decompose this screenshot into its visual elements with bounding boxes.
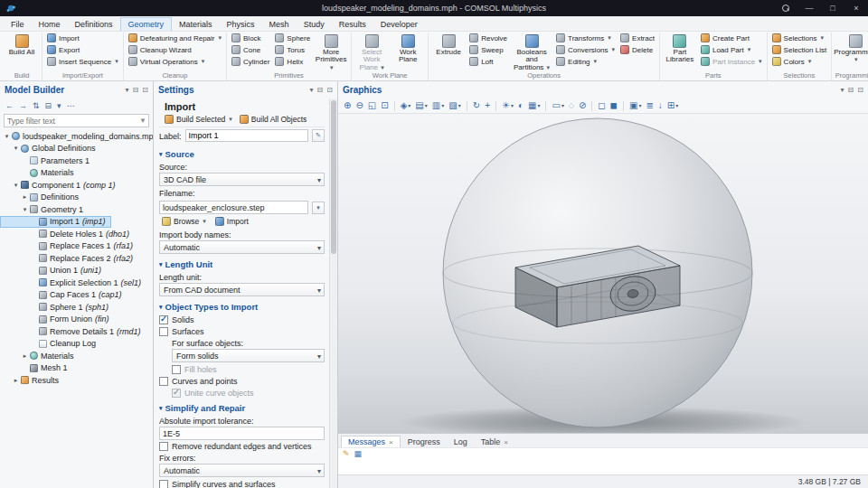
tab-table[interactable]: Table× (475, 436, 514, 447)
selections-button[interactable]: Selections▾ (770, 33, 829, 43)
forward-icon[interactable]: → (19, 101, 27, 110)
tree-item-results[interactable]: ▸Results (0, 374, 64, 387)
select-work-plane-button[interactable]: Select Work Plane ▾ (354, 33, 389, 71)
editing-button[interactable]: Editing▾ (554, 56, 617, 67)
tab-materials[interactable]: Materials (172, 18, 220, 31)
loft-button[interactable]: Loft (467, 56, 509, 67)
tab-file[interactable]: File (4, 18, 32, 31)
scene-light-icon[interactable]: ☀▾ (500, 101, 515, 110)
expand-caret[interactable]: ▸ (12, 377, 20, 384)
tree-item-delete-holes-1[interactable]: Delete Holes 1(dho1) (0, 228, 135, 240)
build-all-button[interactable]: Build All (5, 33, 39, 56)
block-button[interactable]: Block (230, 33, 271, 43)
more-primitives-button[interactable]: More Primitives ▾ (314, 33, 348, 71)
zoom-in-icon[interactable]: ⊕ (342, 101, 353, 110)
tab-messages[interactable]: Messages× (341, 436, 401, 447)
solids-checkbox[interactable] (159, 315, 168, 324)
tree-item-replace-faces-2[interactable]: Replace Faces 2(rfa2) (0, 252, 138, 265)
filename-input[interactable]: loudspeaker_enclosure.step (159, 201, 308, 214)
panel-pin-icon[interactable]: ⊡ (142, 86, 148, 94)
build-selected-button[interactable]: Build Selected▾ (165, 115, 232, 124)
import-button[interactable]: Import (45, 33, 120, 43)
section-simplify-repair[interactable]: ▾Simplify and Repair (159, 399, 325, 415)
expand-caret[interactable]: ▾ (12, 182, 20, 189)
fill-holes-checkbox-row[interactable]: Fill holes (172, 363, 325, 375)
maximize-button[interactable]: □ (821, 0, 844, 16)
expand-caret[interactable]: ▾ (21, 206, 29, 213)
tree-item-materials-global[interactable]: Materials (0, 167, 80, 180)
extract-button[interactable]: Extract (618, 33, 656, 43)
reset-hidden-icon[interactable]: ◼ (609, 101, 619, 110)
simplify-curves-checkbox[interactable] (159, 480, 168, 488)
section-length-unit[interactable]: ▾Length Unit (159, 255, 325, 271)
length-unit-select[interactable]: From CAD document (159, 283, 325, 296)
tree-item-mesh-1[interactable]: Mesh 1 (0, 362, 73, 375)
go-to-default-view-icon[interactable]: ◈▾ (399, 101, 413, 110)
remove-redundant-checkbox-row[interactable]: Remove redundant edges and vertices (159, 440, 325, 452)
helix-button[interactable]: Helix (273, 56, 312, 67)
wireframe-icon[interactable]: ▦▾ (526, 101, 542, 110)
selection-list-button[interactable]: Selection List (770, 44, 829, 55)
panel-pin-icon[interactable]: ⊡ (857, 86, 863, 94)
load-part-button[interactable]: Load Part▾ (699, 44, 764, 55)
search-icon[interactable] (774, 0, 797, 16)
tree-item-geometry-1[interactable]: ▾Geometry 1 (0, 203, 89, 216)
move-node-icon[interactable]: ⇅ (33, 101, 40, 110)
export-image-icon[interactable]: ↓ (656, 101, 665, 110)
cylinder-button[interactable]: Cylinder (230, 56, 271, 67)
sphere-button[interactable]: Sphere (273, 33, 312, 43)
torus-button[interactable]: Torus (273, 44, 312, 55)
section-source[interactable]: ▾Source (159, 145, 325, 161)
tab-geometry[interactable]: Geometry (120, 17, 173, 31)
work-plane-button[interactable]: Work Plane (391, 33, 425, 64)
tree-item-component-1[interactable]: ▾Component 1(comp 1) (0, 179, 121, 192)
fix-errors-select[interactable]: Automatic (159, 464, 325, 477)
panel-minimize-icon[interactable]: ⊟ (848, 86, 854, 94)
select-adjacent-icon[interactable]: ◌ (567, 101, 576, 110)
zoom-box-icon[interactable]: ⊡ (379, 101, 390, 110)
close-tab-icon[interactable]: × (389, 438, 393, 446)
tab-physics[interactable]: Physics (220, 18, 262, 31)
surfaces-checkbox-row[interactable]: Surfaces (159, 325, 325, 337)
simplify-curves-checkbox-row[interactable]: Simplify curves and surfaces (159, 478, 325, 488)
fill-holes-checkbox[interactable] (172, 365, 181, 374)
expand-caret[interactable]: ▸ (21, 193, 29, 201)
filename-actions-icon[interactable]: ▾ (312, 202, 325, 214)
for-surface-objects-select[interactable]: Form solids (172, 349, 325, 362)
defeaturing-and-repair-button[interactable]: Defeaturing and Repair▾ (127, 33, 223, 43)
panel-menu-icon[interactable]: ▾ (310, 86, 314, 94)
panel-minimize-icon[interactable]: ⊟ (317, 86, 324, 94)
surfaces-checkbox[interactable] (159, 327, 168, 336)
browse-button[interactable]: Browse▾ (159, 216, 209, 227)
tree-item-remove-details-1[interactable]: Remove Details 1(rmd1) (0, 325, 146, 338)
curves-and-points-checkbox-row[interactable]: Curves and points (159, 375, 325, 387)
tree-item-global-definitions[interactable]: ▾Global Definitions (0, 143, 101, 155)
tree-item-root[interactable]: ▾loudspeaker_modeling_domains.mph(root) (0, 130, 153, 143)
view-xy-icon[interactable]: ▤▾ (413, 101, 429, 110)
panel-pin-icon[interactable]: ⊡ (326, 86, 333, 94)
tree-item-explicit-selection-1[interactable]: Explicit Selection 1(sel1) (0, 277, 146, 289)
solids-checkbox-row[interactable]: Solids (159, 314, 325, 325)
export-button[interactable]: Export (45, 44, 120, 55)
delete-button[interactable]: Delete (618, 44, 656, 55)
conversions-button[interactable]: Conversions▾ (554, 44, 617, 55)
source-select[interactable]: 3D CAD file (159, 173, 325, 186)
tree-item-union-1[interactable]: Union 1(uni1) (0, 265, 107, 277)
back-icon[interactable]: ← (5, 101, 14, 110)
view-yz-icon[interactable]: ▥▾ (430, 101, 446, 110)
clear-messages-icon[interactable]: ✎ (343, 449, 350, 458)
sweep-button[interactable]: Sweep (467, 44, 509, 55)
scrollbar-thumb[interactable] (331, 100, 336, 254)
collapse-all-icon[interactable]: ⊟ (45, 101, 52, 110)
section-object-types[interactable]: ▾Object Types to Import (159, 297, 325, 314)
panel-menu-icon[interactable]: ▾ (126, 86, 129, 94)
tree-filter-input[interactable] (4, 114, 149, 127)
cone-button[interactable]: Cone (230, 44, 271, 55)
curves-and-points-checkbox[interactable] (159, 377, 168, 386)
rename-icon[interactable]: ✎ (312, 129, 325, 142)
tree-menu-icon[interactable]: ▾ (57, 101, 61, 110)
filter-icon[interactable]: ▼ (139, 117, 146, 125)
expand-caret[interactable]: ▾ (3, 133, 11, 140)
panel-minimize-icon[interactable]: ⊟ (133, 86, 139, 94)
tree-item-definitions[interactable]: ▸Definitions (0, 192, 84, 204)
